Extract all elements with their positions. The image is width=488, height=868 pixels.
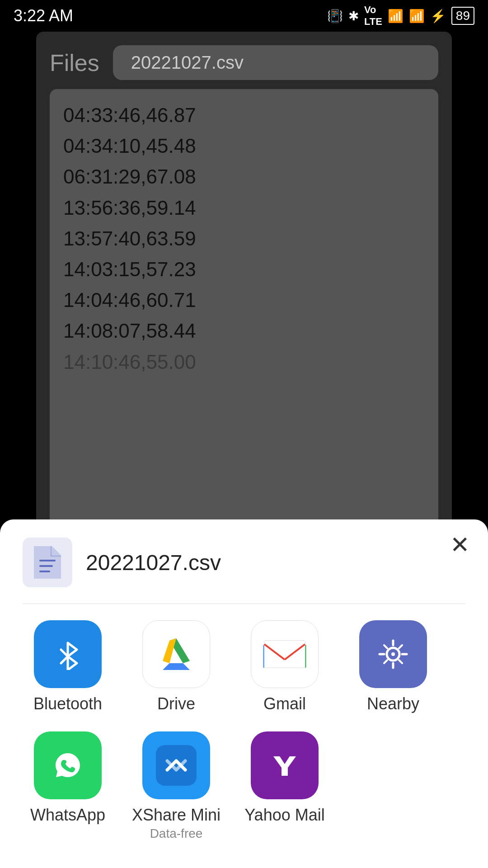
charge-icon: ⚡ <box>430 9 446 24</box>
share-app-xshare[interactable]: XShare Mini Data-free <box>131 731 221 841</box>
battery-level: 89 <box>451 7 474 25</box>
share-sheet: ✕ 20221027.csv Bluetooth <box>0 519 488 868</box>
whatsapp-label: WhatsApp <box>30 806 105 825</box>
data-line: 14:04:46,60.71 <box>63 285 425 316</box>
drive-app-icon <box>142 620 210 688</box>
share-file-header: 20221027.csv <box>23 538 465 587</box>
data-line: 13:56:36,59.14 <box>63 193 425 223</box>
status-time: 3:22 AM <box>14 6 73 25</box>
data-line: 04:34:10,45.48 <box>63 131 425 161</box>
share-app-nearby[interactable]: Nearby <box>348 620 438 713</box>
share-apps-row-2: WhatsApp XShare Mini Data-free <box>23 731 465 841</box>
signal-icon2: 📶 <box>409 9 425 24</box>
volte-icon: VoLTE <box>364 4 382 28</box>
close-button[interactable]: ✕ <box>450 533 470 557</box>
yahoo-label: Yahoo Mail <box>244 806 324 825</box>
drive-label: Drive <box>157 694 195 713</box>
svg-rect-2 <box>39 565 53 567</box>
data-line: 13:57:40,63.59 <box>63 223 425 254</box>
xshare-label: XShare Mini <box>132 806 221 825</box>
nearby-label: Nearby <box>367 694 419 713</box>
svg-rect-3 <box>39 571 50 572</box>
share-app-drive[interactable]: Drive <box>131 620 221 713</box>
file-icon <box>23 538 72 587</box>
svg-rect-1 <box>39 560 56 561</box>
data-line: 04:33:46,46.87 <box>63 100 425 131</box>
xshare-app-icon <box>142 731 210 799</box>
vibrate-icon: 📳 <box>327 9 343 24</box>
data-line: 14:08:07,58.44 <box>63 316 425 346</box>
svg-rect-19 <box>156 745 197 786</box>
share-app-yahoo[interactable]: Yahoo Mail <box>239 731 330 841</box>
yahoo-app-icon <box>251 731 319 799</box>
filename-badge: 20221027.csv <box>113 45 438 80</box>
bluetooth-label: Bluetooth <box>33 694 102 713</box>
share-filename: 20221027.csv <box>86 550 221 575</box>
data-line: 06:31:29,67.08 <box>63 161 425 192</box>
nearby-app-icon <box>359 620 427 688</box>
whatsapp-app-icon <box>34 731 102 799</box>
data-line: 14:10:46,55.00 <box>63 347 425 377</box>
share-apps-row-1: Bluetooth Drive <box>23 620 465 713</box>
signal-icon: 📶 <box>388 9 404 24</box>
status-icons: 📳 ✱ VoLTE 📶 📶 ⚡ 89 <box>327 4 474 28</box>
share-app-gmail[interactable]: Gmail <box>239 620 330 713</box>
bluetooth-icon: ✱ <box>348 9 359 24</box>
svg-marker-10 <box>161 640 191 667</box>
status-bar: 3:22 AM 📳 ✱ VoLTE 📶 📶 ⚡ 89 <box>0 0 488 32</box>
gmail-label: Gmail <box>263 694 306 713</box>
data-line: 14:03:15,57.23 <box>63 254 425 285</box>
xshare-sublabel: Data-free <box>150 826 203 841</box>
gmail-app-icon <box>251 620 319 688</box>
files-header: Files 20221027.csv <box>50 45 438 80</box>
bluetooth-app-icon <box>34 620 102 688</box>
share-divider <box>23 604 465 604</box>
svg-point-17 <box>391 652 395 656</box>
share-app-whatsapp[interactable]: WhatsApp <box>23 731 113 841</box>
files-label: Files <box>50 49 99 76</box>
share-app-bluetooth[interactable]: Bluetooth <box>23 620 113 713</box>
